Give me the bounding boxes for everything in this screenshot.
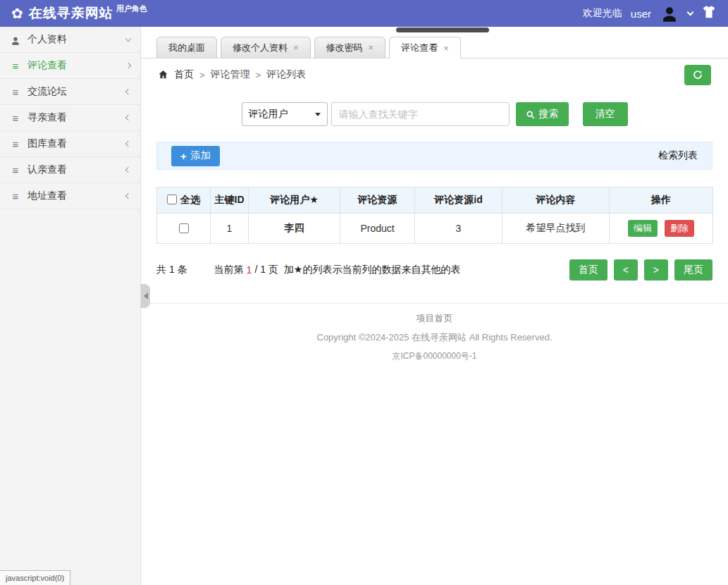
sidebar-item-label: 认亲查看	[27, 164, 67, 176]
breadcrumb-separator: >	[256, 70, 261, 80]
page-footer: 项目首页 Copyright ©2024-2025 在线寻亲网站 All Rig…	[141, 303, 728, 362]
sidebar-item-label: 图库查看	[27, 137, 67, 150]
user-avatar[interactable]	[660, 4, 679, 23]
clear-button-label: 清空	[596, 108, 615, 121]
sidebar-item-forum[interactable]: ≡ 交流论坛	[0, 79, 140, 105]
search-button[interactable]: 搜索	[516, 102, 569, 126]
tshirt-icon[interactable]	[701, 4, 717, 23]
header-right-group: 欢迎光临 user	[583, 4, 717, 23]
sidebar-item-label: 地址查看	[27, 190, 67, 202]
menu-list-icon: ≡	[10, 190, 21, 202]
breadcrumb-home-link[interactable]: 首页	[174, 68, 194, 81]
sidebar-item-comments[interactable]: ≡ 评论查看	[0, 53, 140, 79]
search-field-select[interactable]: 评论用户	[242, 102, 328, 126]
header-comment-resource-id: 评论资源id	[415, 187, 502, 214]
edit-button[interactable]: 编辑	[628, 220, 658, 237]
chevron-left-icon	[125, 193, 131, 199]
prev-page-button[interactable]: <	[614, 259, 638, 281]
plus-icon: +	[180, 150, 187, 162]
close-icon[interactable]: ×	[369, 43, 374, 52]
search-icon	[526, 110, 535, 119]
cell-comment-resource-id: 3	[415, 214, 502, 244]
close-icon[interactable]: ×	[293, 43, 299, 52]
table-header-row: 全选 主键ID 评论用户★ 评论资源 评论资源id 评论内容 操作	[157, 187, 713, 214]
total-count-label: 共 1 条	[156, 264, 187, 276]
add-button[interactable]: + 添加	[171, 146, 220, 166]
sidebar-item-gallery[interactable]: ≡ 图库查看	[0, 131, 140, 157]
sidebar-item-label: 交流论坛	[27, 85, 67, 98]
breadcrumb-item-comment-management: 评论管理	[211, 68, 250, 81]
current-page-number: 1	[247, 264, 252, 276]
close-icon[interactable]: ×	[443, 44, 449, 53]
welcome-text: 欢迎光临	[583, 7, 622, 20]
header-select-all: 全选	[157, 187, 211, 214]
refresh-icon	[692, 69, 703, 80]
breadcrumb: 首页 > 评论管理 > 评论列表	[141, 58, 728, 91]
dropdown-caret-icon	[315, 113, 321, 116]
user-role-label: 用户角色	[116, 4, 147, 14]
menu-list-icon: ≡	[10, 112, 21, 124]
list-toolbar: + 添加 检索列表	[156, 142, 712, 170]
search-filter-row: 评论用户 搜索 清空	[141, 102, 728, 126]
triangle-left-icon	[144, 292, 148, 300]
row-checkbox[interactable]	[179, 223, 189, 233]
tab-label: 修改密码	[326, 42, 363, 54]
sidebar-item-recognition[interactable]: ≡ 认亲查看	[0, 157, 140, 183]
select-all-checkbox[interactable]	[167, 195, 177, 204]
table-row: 1 李四 Product 3 希望早点找到 编辑 删除	[157, 214, 713, 244]
delete-button[interactable]: 删除	[665, 220, 694, 237]
list-title-label: 检索列表	[658, 149, 698, 162]
username-text: user	[631, 8, 651, 20]
horizontal-scrollbar-thumb[interactable]	[396, 27, 489, 32]
home-icon	[158, 68, 168, 81]
clear-button[interactable]: 清空	[583, 102, 628, 126]
chevron-down-icon	[125, 35, 131, 41]
last-page-button[interactable]: 尾页	[674, 259, 712, 281]
person-icon	[660, 5, 679, 23]
tab-edit-profile[interactable]: 修改个人资料 ×	[221, 37, 311, 58]
sidebar-item-label: 寻亲查看	[27, 111, 67, 124]
cell-primary-id: 1	[211, 214, 249, 244]
chevron-right-icon	[125, 63, 131, 68]
first-page-button[interactable]: 首页	[569, 259, 607, 281]
chevron-left-icon	[125, 115, 131, 121]
next-page-button[interactable]: >	[644, 259, 668, 281]
tab-label: 我的桌面	[168, 42, 205, 54]
tab-comments-view[interactable]: 评论查看 ×	[389, 37, 461, 58]
chevron-left-icon	[125, 89, 131, 94]
cell-comment-resource: Product	[340, 214, 415, 244]
header-comment-content: 评论内容	[502, 187, 610, 214]
search-keyword-input[interactable]	[331, 102, 510, 126]
cell-comment-content: 希望早点找到	[502, 214, 610, 244]
sidebar-item-label: 个人资料	[27, 33, 67, 46]
pagination-buttons: 首页 < > 尾页	[569, 259, 712, 281]
header-primary-id: 主键ID	[211, 187, 249, 214]
breadcrumb-separator: >	[199, 70, 205, 80]
main-content: 我的桌面 修改个人资料 × 修改密码 × 评论查看 × 首页 > 评论管理 > …	[141, 27, 728, 585]
top-header-bar: ✿ 在线寻亲网站 用户角色 欢迎光临 user	[0, 0, 728, 27]
refresh-button[interactable]	[684, 65, 711, 85]
current-page-prefix: 当前第	[214, 264, 244, 276]
cell-actions: 编辑 删除	[610, 214, 713, 244]
sidebar-item-family-search[interactable]: ≡ 寻亲查看	[0, 105, 140, 131]
search-button-label: 搜索	[539, 108, 559, 121]
chevron-left-icon	[125, 167, 131, 173]
tab-my-desktop[interactable]: 我的桌面	[156, 37, 217, 58]
flower-logo-icon: ✿	[11, 5, 23, 22]
menu-list-icon: ≡	[10, 164, 21, 176]
tab-label: 修改个人资料	[233, 42, 288, 54]
breadcrumb-item-comment-list: 评论列表	[266, 68, 306, 81]
footer-icp-number: 京ICP备00000000号-1	[141, 350, 728, 362]
sidebar-collapse-handle[interactable]	[141, 284, 150, 308]
browser-status-bar: javascript:void(0)	[0, 570, 70, 585]
chevron-left-icon	[125, 141, 131, 147]
cell-select	[157, 214, 211, 244]
site-title: 在线寻亲网站	[29, 4, 113, 23]
tab-change-password[interactable]: 修改密码 ×	[314, 37, 386, 58]
pagination-bar: 共 1 条 当前第 1 / 1 页 加★的列表示当前列的数据来自其他的表 首页 …	[156, 259, 712, 281]
header-actions: 操作	[610, 187, 713, 214]
footer-home-link[interactable]: 项目首页	[141, 312, 728, 325]
sidebar-item-address[interactable]: ≡ 地址查看	[0, 183, 140, 209]
sidebar-item-profile[interactable]: 个人资料	[0, 27, 140, 53]
chevron-down-icon[interactable]	[687, 9, 694, 16]
